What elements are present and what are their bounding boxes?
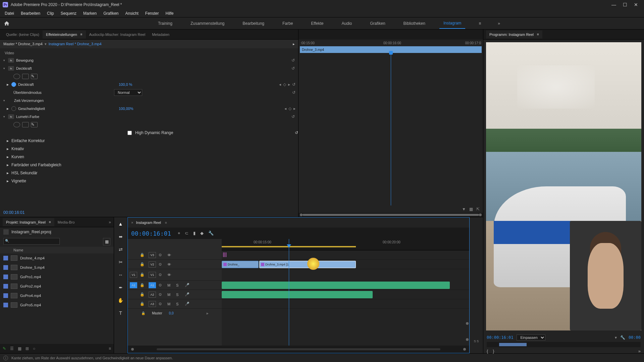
workspace-zusammenstellung[interactable]: Zusammenstellung — [186, 18, 228, 28]
toggle-arrow-icon[interactable]: ▾ — [3, 67, 8, 70]
mark-in-icon[interactable]: { — [487, 349, 488, 354]
project-search-input[interactable] — [3, 238, 60, 245]
lock-icon[interactable]: 🔒 — [140, 262, 146, 266]
mini-timeline-zoom[interactable] — [299, 213, 483, 217]
voice-record-icon[interactable]: 🎤 — [185, 283, 191, 287]
track-header-a3[interactable]: 🔒 A3 ⊙ M S 🎤 — [128, 299, 222, 309]
project-item[interactable]: GoPro2.mp4 — [0, 282, 114, 291]
menu-fenster[interactable]: Fenster — [142, 10, 162, 17]
effect-deckkraft[interactable]: Deckkraft — [16, 66, 32, 70]
timeline-ruler[interactable]: 00:00:15:00 00:00:20:00 — [222, 239, 469, 250]
menu-ansicht[interactable]: Ansicht — [122, 10, 142, 17]
reset-icon[interactable]: ↺ — [291, 66, 295, 71]
menu-clip[interactable]: Clip — [44, 10, 57, 17]
master-volume-value[interactable]: 0,0 — [169, 311, 174, 315]
zoom-handle-icon[interactable] — [463, 348, 466, 351]
minimize-button[interactable]: — — [611, 2, 616, 7]
eye-icon[interactable]: 👁 — [167, 253, 173, 257]
mute-icon[interactable]: M — [167, 283, 173, 287]
timeline-tracks-area[interactable]: 00:00:15:00 00:00:20:00 — [222, 239, 469, 346]
track-select-tool[interactable]: ⬌ — [117, 233, 125, 241]
workspace-instagram[interactable]: Instagram — [439, 18, 465, 29]
scroll-handle-icon[interactable] — [466, 322, 469, 325]
effect-bewegung[interactable]: Bewegung — [16, 58, 34, 62]
mute-icon[interactable]: M — [167, 293, 173, 297]
fx-badge-icon[interactable]: fx — [8, 66, 14, 71]
settings-wrench-icon[interactable]: 🔧 — [208, 231, 214, 236]
project-item[interactable]: GoPro5.mp4 — [0, 300, 114, 310]
scroll-handle-icon[interactable] — [466, 338, 469, 341]
ellipse-mask-icon[interactable] — [13, 74, 20, 79]
eye-icon[interactable]: 👁 — [167, 262, 173, 266]
icon-view-icon[interactable]: ▦ — [18, 346, 21, 351]
pen-mask-icon[interactable]: ✎ — [31, 122, 38, 127]
lumetri-vignette[interactable]: Vignette — [11, 179, 26, 183]
share-icon[interactable]: ⇱ — [476, 207, 480, 212]
workspace-grafiken[interactable]: Grafiken — [366, 18, 389, 28]
stopwatch-icon[interactable] — [11, 106, 16, 111]
mini-playhead[interactable] — [391, 53, 391, 205]
lock-icon[interactable]: 🔒 — [140, 283, 146, 287]
lumetri-einfache-korrektur[interactable]: Einfache Korrektur — [11, 138, 45, 143]
workspace-farbe[interactable]: Farbe — [278, 18, 297, 28]
sync-lock-icon[interactable]: ⊙ — [159, 273, 165, 277]
toggle-arrow-icon[interactable]: ▸ — [7, 82, 11, 87]
workspace-overflow-icon[interactable]: » — [494, 21, 503, 26]
menu-hilfe[interactable]: Hilfe — [162, 10, 177, 17]
project-item[interactable]: GoPro1.mp4 — [0, 272, 114, 282]
voice-record-icon[interactable]: 🎤 — [185, 292, 191, 297]
fx-badge-icon[interactable]: fx — [8, 58, 14, 63]
playhead[interactable] — [289, 239, 289, 346]
track-header-v3[interactable]: 🔒 V3 ⊙ 👁 — [128, 250, 222, 260]
tab-media-browser[interactable]: Media-Bro — [54, 218, 78, 226]
project-item[interactable]: Drohne_4.mp4 — [0, 253, 114, 263]
sequence-tab[interactable]: Instagram Reel — [136, 221, 161, 225]
toggle-arrow-icon[interactable]: ▾ — [3, 115, 8, 118]
panel-menu-icon[interactable]: ≡ — [165, 221, 167, 225]
write-icon[interactable]: ✎ — [3, 346, 6, 351]
toggle-arrow-icon[interactable]: ▸ — [7, 163, 11, 167]
workspace-audio[interactable]: Audio — [338, 18, 356, 28]
mini-timeline-ruler[interactable]: :00:15:00 00:00:16:00 00:00:17:0 — [299, 40, 483, 46]
track-target-a1[interactable]: A1 — [149, 282, 156, 288]
list-view-icon[interactable]: ☰ — [10, 346, 14, 351]
column-header-name[interactable]: Name — [13, 248, 23, 252]
source-patch-v1[interactable]: V1 — [130, 272, 137, 278]
track-a2[interactable] — [222, 290, 469, 299]
toggle-arrow-icon[interactable]: ▾ — [3, 59, 8, 62]
zoom-slider-icon[interactable]: ○ — [33, 346, 35, 351]
workspace-bibliotheken[interactable]: Bibliotheken — [399, 18, 429, 28]
track-a3[interactable] — [222, 299, 469, 309]
menu-grafiken[interactable]: Grafiken — [100, 10, 122, 17]
expand-icon[interactable]: ▹ — [207, 311, 208, 315]
effect-panel-timecode[interactable]: 00:00:16:01 — [0, 208, 298, 217]
menu-bearbeiten[interactable]: Bearbeiten — [17, 10, 44, 17]
mark-out-icon[interactable]: } — [493, 349, 494, 354]
lock-icon[interactable]: 🔒 — [140, 302, 146, 306]
zoom-handle-icon[interactable] — [131, 348, 134, 351]
rect-mask-icon[interactable] — [22, 74, 29, 79]
track-v3[interactable] — [222, 250, 469, 260]
reset-icon[interactable]: ↺ — [292, 82, 296, 87]
track-header-v1[interactable]: V1 🔒 V1 ⊙ 👁 — [128, 269, 222, 281]
sync-lock-icon[interactable]: ⊙ — [159, 262, 165, 266]
ellipse-mask-icon[interactable] — [13, 122, 20, 127]
slip-tool[interactable]: ↔ — [117, 271, 125, 279]
marker-icon[interactable]: ▮ — [193, 231, 196, 236]
resolution-dropdown-icon[interactable]: ▾ — [615, 335, 617, 340]
timeline-zoom-bar[interactable] — [157, 348, 440, 350]
track-target-v3[interactable]: V3 — [149, 252, 156, 258]
timeline-timecode[interactable]: 00:00:16:01 — [131, 230, 171, 237]
speed-value[interactable]: 100,00% — [119, 107, 133, 111]
lumetri-kurven[interactable]: Kurven — [11, 155, 24, 159]
video-clip[interactable]: Drohne_ — [222, 261, 259, 268]
track-target-a2[interactable]: A2 — [149, 292, 156, 298]
menu-datei[interactable]: Datei — [1, 10, 17, 17]
add-keyframe-icon[interactable]: ◇ — [288, 106, 291, 111]
solo-icon[interactable]: S — [176, 302, 182, 306]
tab-programm[interactable]: Programm: Instagram Reel ≡ — [486, 31, 542, 39]
next-keyframe-icon[interactable]: ▸ — [288, 82, 290, 87]
toggle-arrow-icon[interactable]: ▸ — [7, 155, 11, 159]
lock-icon[interactable]: 🔒 — [141, 311, 145, 315]
toggle-arrow-icon[interactable]: ▸ — [7, 171, 11, 175]
